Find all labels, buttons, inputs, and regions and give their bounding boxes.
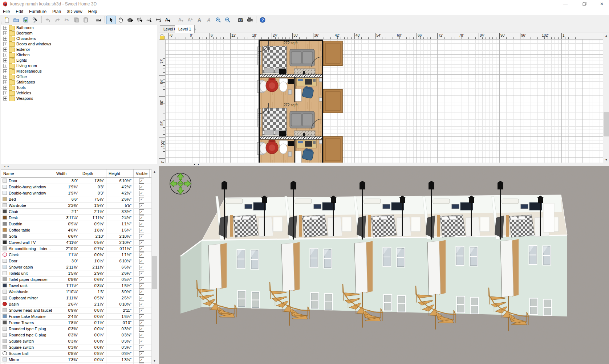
expand-plus-icon[interactable]	[3, 58, 7, 62]
visible-checkbox[interactable]: ✓	[139, 339, 144, 344]
catalog-category-bathroom[interactable]: Bathroom	[1, 25, 157, 30]
furniture-table-scrollbar[interactable]: ▲ ▼	[151, 169, 157, 364]
table-row[interactable]: Soccer ball0'8⅝"0'8⅝"0'8⅝"✓	[1, 351, 152, 357]
3d-view[interactable]	[159, 166, 609, 364]
catalog-category-weapons[interactable]: Weapons	[1, 96, 157, 101]
expand-plus-icon[interactable]	[3, 97, 7, 101]
visible-checkbox[interactable]: ✓	[139, 234, 144, 239]
table-row[interactable]: Toilets unit1'5⅝"2'9½"2'6⅛"✓	[1, 270, 152, 277]
table-row[interactable]: Frame Lake Moraine2'4⅞"0'0⅝"1'6⅞"✓	[1, 314, 152, 320]
expand-plus-icon[interactable]	[3, 86, 7, 90]
visible-checkbox[interactable]: ✓	[139, 351, 144, 356]
table-row[interactable]: Square switch0'3⅜"0'0⅜"0'3⅜"✓	[1, 338, 152, 344]
visible-checkbox[interactable]: ✓	[139, 302, 144, 307]
plan-scrollbar[interactable]: ▲ ▼	[603, 33, 609, 163]
catalog-category-vehicles[interactable]: Vehicles	[1, 90, 157, 96]
expand-plus-icon[interactable]	[3, 91, 7, 95]
add-text-button[interactable]: A	[163, 16, 172, 24]
create-walls-button[interactable]	[125, 16, 135, 24]
visible-checkbox[interactable]: ✓	[139, 314, 144, 319]
table-row[interactable]: Chair2'1"2'1⅛"3'3⅜"✓	[1, 209, 152, 215]
catalog-category-doors-and-windows[interactable]: Doors and windows	[1, 41, 157, 47]
plan-3d-splitter[interactable]: ▲ ▼	[159, 163, 609, 166]
table-row[interactable]: Desk3'11¼"1'11¾"2'4⅜"✓	[1, 215, 152, 221]
table-row[interactable]: Cupboard mirror1'11⅝"0'5⅞"2'6¾"✓	[1, 295, 152, 301]
paste-button[interactable]	[81, 16, 90, 24]
catalog-category-living-room[interactable]: Living room	[1, 63, 157, 69]
undo-button[interactable]	[43, 16, 53, 24]
create-dimensions-button[interactable]	[154, 16, 163, 24]
menu-item-help[interactable]: Help	[85, 8, 100, 15]
select-button[interactable]	[106, 16, 116, 24]
column-header-depth[interactable]: Depth	[80, 169, 106, 177]
visible-checkbox[interactable]: ✓	[139, 296, 144, 301]
table-row[interactable]: Toilet paper dispenser0'8⅜"0'6¾"0'5⅞"✓	[1, 277, 152, 283]
scrollbar-thumb[interactable]	[604, 112, 609, 136]
table-row[interactable]: Clock1'1⅛"0'0¾"1'1⅛"✓	[1, 252, 152, 258]
table-row[interactable]: Rounded type E plug0'3⅜"0'0¼"0'3⅜"✓	[1, 326, 152, 332]
decrease-text-size-button[interactable]: A	[176, 16, 185, 24]
bold-button[interactable]: A	[195, 16, 204, 24]
visible-checkbox[interactable]: ✓	[139, 265, 144, 270]
visible-checkbox[interactable]: ✓	[139, 320, 144, 326]
visible-checkbox[interactable]: ✓	[139, 308, 144, 313]
visible-checkbox[interactable]: ✓	[139, 209, 144, 214]
table-row[interactable]: Towel rack1'11½"0'3¼"1'6⅞"✓	[1, 283, 152, 289]
catalog-category-staircases[interactable]: Staircases	[1, 79, 157, 85]
table-row[interactable]: Coffee table4'0¾"1'8⅛"1'6¾"✓	[1, 227, 152, 233]
catalog-category-bedroom[interactable]: Bedroom	[1, 30, 157, 36]
expand-plus-icon[interactable]	[3, 69, 7, 73]
table-row[interactable]: Sofa6'6¾"2'10"2'10⅝"✓	[1, 233, 152, 240]
visible-checkbox[interactable]: ✓	[139, 222, 144, 227]
visible-checkbox[interactable]: ✓	[139, 203, 144, 208]
catalog-category-lights[interactable]: Lights	[1, 58, 157, 63]
expand-plus-icon[interactable]	[3, 37, 7, 41]
increase-text-size-button[interactable]: A	[185, 16, 195, 24]
menu-item-3d-view[interactable]: 3D view	[64, 8, 85, 15]
plan-canvas[interactable]: 272 sq ft272 sq ft	[165, 40, 603, 163]
catalog-category-characters[interactable]: Characters	[1, 36, 157, 41]
cut-button[interactable]: ✂	[62, 16, 72, 24]
expand-plus-icon[interactable]	[3, 42, 7, 46]
catalog-table-splitter[interactable]: ▲ ▼	[0, 164, 157, 169]
table-row[interactable]: Wardrobe3'3⅜"1'9¼"5'5"✓	[1, 203, 152, 209]
table-row[interactable]: Double-hung window1'9¾"0'3"4'2⅜"✓	[1, 190, 152, 196]
catalog-category-exterior[interactable]: Exterior	[1, 47, 157, 52]
scrollbar-thumb[interactable]	[152, 256, 157, 289]
redo-button[interactable]	[53, 16, 62, 24]
visible-checkbox[interactable]: ✓	[139, 228, 144, 233]
table-row[interactable]: Square switch0'3⅜"0'0⅜"0'3⅜"✓	[1, 344, 152, 351]
expand-plus-icon[interactable]	[3, 80, 7, 84]
scroll-down-arrow-icon[interactable]: ▼	[603, 157, 609, 163]
visible-checkbox[interactable]: ✓	[139, 259, 144, 264]
table-row[interactable]: Rounded type C plug0'3⅜"0'0¼"0'3⅜"✓	[1, 332, 152, 338]
expand-plus-icon[interactable]	[3, 75, 7, 79]
open-button[interactable]	[12, 16, 21, 24]
catalog-category-tools[interactable]: Tools	[1, 85, 157, 90]
table-row[interactable]: Double-hung window1'9¾"0'3"4'2⅜"✓	[1, 184, 152, 190]
table-row[interactable]: Door3'0"1'0½"6'10⅛"✓	[1, 258, 152, 264]
column-header-height[interactable]: Height	[106, 169, 134, 177]
expand-plus-icon[interactable]	[3, 26, 7, 30]
menu-item-plan[interactable]: Plan	[49, 8, 64, 15]
table-row[interactable]: Air conditioning - Inter...2'10⅞"0'7¾"0'…	[1, 246, 152, 252]
visible-checkbox[interactable]: ✓	[139, 357, 144, 363]
tab-level-1[interactable]: Level 1	[175, 25, 195, 33]
table-row[interactable]: Washbasin1'10¼"1'6"3'0⅝"✓	[1, 289, 152, 295]
restore-button[interactable]	[576, 0, 593, 8]
save-button[interactable]	[21, 16, 31, 24]
visible-checkbox[interactable]: ✓	[139, 191, 144, 196]
column-header-visible[interactable]: Visible	[134, 169, 150, 177]
zoom-out-button[interactable]	[223, 16, 232, 24]
visible-checkbox[interactable]: ✓	[139, 253, 144, 258]
visible-checkbox[interactable]: ✓	[139, 345, 144, 350]
new-plan-button[interactable]	[2, 16, 12, 24]
expand-plus-icon[interactable]	[3, 64, 7, 68]
create-video-button[interactable]	[245, 16, 255, 24]
table-row[interactable]: Frame Towers1'8⅝"0'1⅛"0'10"✓	[1, 320, 152, 326]
visible-checkbox[interactable]: ✓	[139, 179, 144, 184]
visible-checkbox[interactable]: ✓	[139, 327, 144, 332]
table-row[interactable]: Mirror1'3¾"0'0¼"1'3¾"✓	[1, 357, 152, 363]
table-row[interactable]: Bed6'6"7'5⅛"2'6⅛"✓	[1, 196, 152, 203]
preferences-button[interactable]	[31, 16, 40, 24]
